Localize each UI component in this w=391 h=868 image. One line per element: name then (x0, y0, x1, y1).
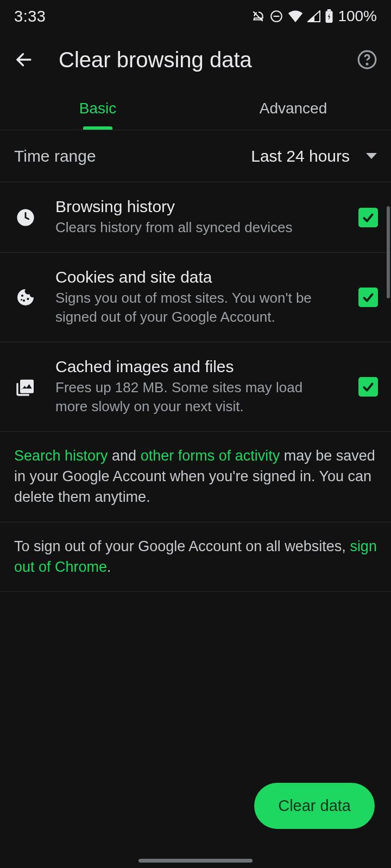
status-time: 3:33 (14, 8, 46, 25)
tab-bar: Basic Advanced (0, 87, 391, 130)
info-sign-out: To sign out of your Google Account on al… (0, 522, 391, 592)
svg-rect-3 (327, 9, 331, 11)
option-text: Cached images and files Frees up 182 MB.… (55, 358, 342, 416)
checkbox-browsing-history[interactable] (358, 208, 378, 227)
option-desc: Clears history from all synced devices (55, 218, 336, 237)
link-other-activity[interactable]: other forms of activity (141, 448, 280, 464)
time-range-row[interactable]: Time range Last 24 hours (0, 130, 391, 182)
help-button[interactable] (354, 47, 380, 73)
option-title: Cookies and site data (55, 268, 336, 286)
option-title: Browsing history (55, 197, 336, 216)
option-desc: Signs you out of most sites. You won't b… (55, 289, 336, 327)
tab-advanced[interactable]: Advanced (195, 87, 391, 130)
option-browsing-history[interactable]: Browsing history Clears history from all… (0, 182, 391, 253)
svg-point-8 (21, 295, 23, 297)
option-cache[interactable]: Cached images and files Frees up 182 MB.… (0, 342, 391, 432)
tab-advanced-label: Advanced (260, 100, 327, 117)
time-range-value: Last 24 hours (251, 147, 350, 165)
cookie-icon (12, 284, 39, 311)
time-range-select[interactable]: Last 24 hours (251, 147, 377, 165)
svg-point-11 (21, 299, 22, 301)
time-range-label: Time range (14, 147, 96, 165)
status-bar: 3:33 100% (0, 0, 391, 33)
checkbox-cookies[interactable] (358, 288, 378, 307)
nav-handle[interactable] (138, 859, 253, 863)
back-button[interactable] (11, 47, 37, 73)
svg-point-6 (367, 63, 368, 65)
wifi-icon (288, 10, 303, 22)
tab-basic-label: Basic (79, 100, 116, 117)
chevron-down-icon (366, 153, 377, 159)
link-search-history[interactable]: Search history (14, 448, 108, 464)
svg-rect-12 (20, 380, 34, 393)
option-title: Cached images and files (55, 358, 336, 376)
app-header: Clear browsing data (0, 33, 391, 87)
images-icon (12, 373, 39, 400)
clear-data-button[interactable]: Clear data (254, 783, 375, 829)
option-text: Cookies and site data Signs you out of m… (55, 268, 342, 327)
option-cookies[interactable]: Cookies and site data Signs you out of m… (0, 253, 391, 342)
option-text: Browsing history Clears history from all… (55, 197, 342, 237)
dnd-icon (269, 9, 283, 23)
signal-icon (307, 10, 320, 22)
battery-text: 100% (338, 8, 377, 25)
battery-icon (325, 9, 333, 23)
svg-point-10 (27, 298, 29, 300)
option-desc: Frees up 182 MB. Some sites may load mor… (55, 378, 336, 416)
scrollbar[interactable] (387, 206, 390, 298)
tab-basic[interactable]: Basic (0, 87, 195, 130)
page-title: Clear browsing data (59, 48, 332, 72)
status-icons: 100% (251, 8, 377, 25)
mute-icon (251, 9, 265, 23)
fab-label: Clear data (278, 797, 351, 814)
clock-icon (12, 204, 39, 231)
info-search-history: Search history and other forms of activi… (0, 432, 391, 522)
checkbox-cache[interactable] (358, 377, 378, 397)
svg-point-9 (23, 299, 25, 302)
